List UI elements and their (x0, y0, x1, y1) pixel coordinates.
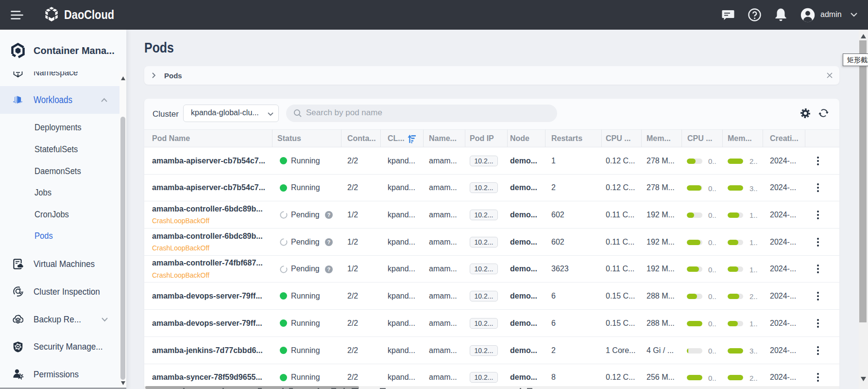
svg-text:?: ? (327, 212, 330, 218)
svg-text:?: ? (327, 266, 330, 272)
svg-text:?: ? (327, 239, 330, 245)
